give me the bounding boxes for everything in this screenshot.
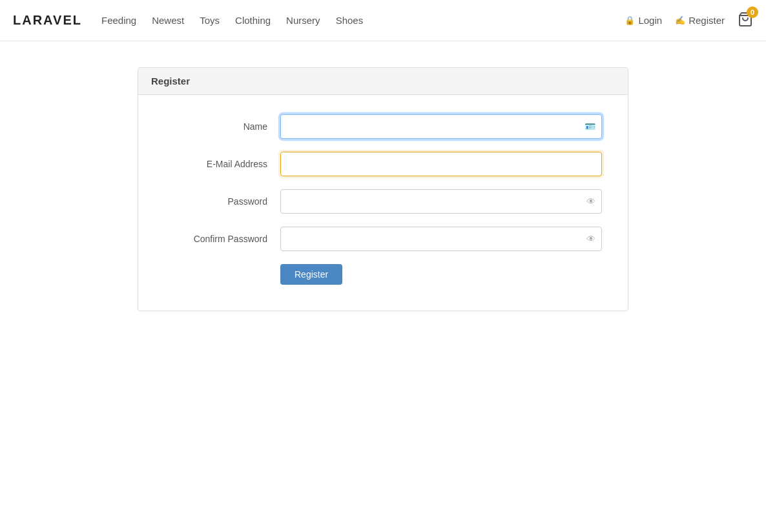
navbar-right: 🔒 Login ✍️ Register 0 (625, 12, 753, 29)
cart-button[interactable]: 0 (738, 12, 753, 29)
navbar: LARAVEL Feeding Newest Toys Clothing Nur… (0, 0, 766, 41)
password-label: Password (164, 196, 280, 207)
confirm-password-input[interactable] (280, 227, 602, 251)
nav-item-toys[interactable]: Toys (200, 15, 220, 26)
confirm-password-input-wrapper: 👁 (280, 227, 602, 251)
brand-logo[interactable]: LARAVEL (13, 13, 82, 28)
register-link[interactable]: ✍️ Register (675, 15, 725, 26)
nav-item-nursery[interactable]: Nursery (286, 15, 320, 26)
nav-links: Feeding Newest Toys Clothing Nursery Sho… (101, 15, 625, 26)
form-actions: Register (164, 264, 602, 285)
cart-badge: 0 (747, 6, 758, 18)
nav-item-feeding[interactable]: Feeding (101, 15, 136, 26)
nav-item-newest[interactable]: Newest (152, 15, 184, 26)
email-input[interactable] (280, 152, 602, 176)
name-input[interactable] (280, 114, 602, 139)
name-field-icon: 🪪 (585, 121, 595, 132)
email-form-group: E-Mail Address (164, 152, 602, 176)
register-card: Register Name 🪪 E-Mail Address Passwor (138, 67, 628, 311)
name-form-group: Name 🪪 (164, 114, 602, 139)
email-input-wrapper (280, 152, 602, 176)
register-nav-icon: ✍️ (675, 15, 685, 25)
password-visibility-icon[interactable]: 👁 (586, 196, 595, 207)
name-input-wrapper: 🪪 (280, 114, 602, 139)
login-link[interactable]: 🔒 Login (625, 15, 662, 26)
main-content: Register Name 🪪 E-Mail Address Passwor (0, 41, 766, 337)
nav-item-clothing[interactable]: Clothing (235, 15, 271, 26)
register-submit-button[interactable]: Register (280, 264, 342, 285)
register-card-header: Register (138, 68, 628, 95)
lock-icon: 🔒 (625, 15, 635, 25)
nav-item-shoes[interactable]: Shoes (336, 15, 364, 26)
confirm-password-label: Confirm Password (164, 234, 280, 244)
confirm-password-visibility-icon[interactable]: 👁 (586, 234, 595, 244)
email-label: E-Mail Address (164, 159, 280, 169)
name-label: Name (164, 121, 280, 132)
confirm-password-form-group: Confirm Password 👁 (164, 227, 602, 251)
password-form-group: Password 👁 (164, 189, 602, 214)
register-card-body: Name 🪪 E-Mail Address Password 👁 (138, 95, 628, 311)
password-input[interactable] (280, 189, 602, 214)
password-input-wrapper: 👁 (280, 189, 602, 214)
